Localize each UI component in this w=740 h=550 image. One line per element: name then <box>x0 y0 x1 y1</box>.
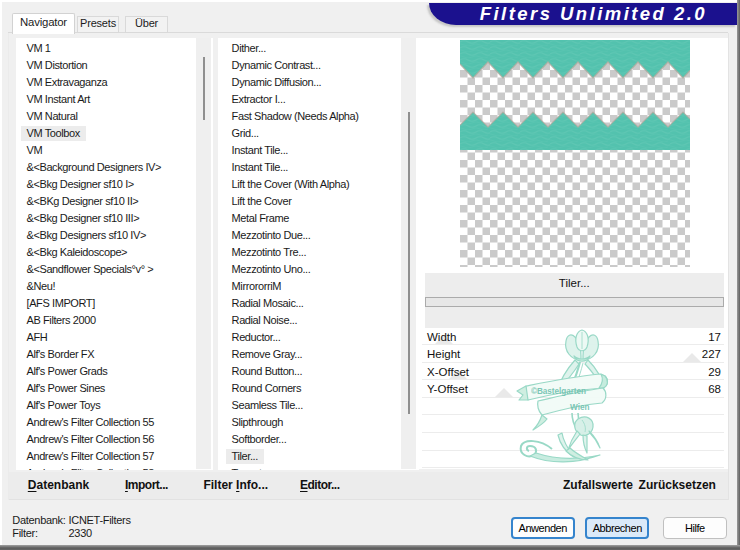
svg-text:Wien: Wien <box>570 403 590 412</box>
svg-text:©Bastelgarten: ©Bastelgarten <box>531 387 586 396</box>
